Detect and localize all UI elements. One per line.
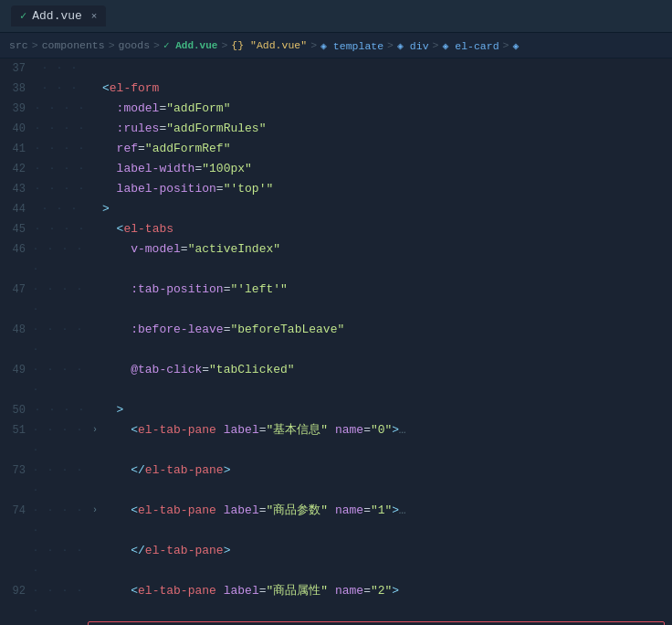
- code-line-73: 73 · · · · · </el-tab-pane>: [0, 461, 672, 501]
- bc-sep-6: >: [387, 39, 394, 51]
- line-num-39: 39: [0, 99, 33, 119]
- line-content-43: label-position="'top'": [102, 179, 672, 199]
- title-bar: ✓ Add.vue ×: [0, 0, 672, 33]
- line-num-73: 73: [0, 461, 33, 481]
- line-content-45: <el-tabs: [102, 219, 672, 239]
- editor-tab[interactable]: ✓ Add.vue ×: [11, 5, 106, 26]
- line-num-48: 48: [0, 320, 33, 340]
- dots-92: · · · · ·: [33, 581, 88, 621]
- dots-50: · · · ·: [33, 400, 88, 420]
- line-content-50: >: [102, 400, 672, 420]
- code-editor: 37 · · · 38 · · · <el-form 39 · · · · :m…: [0, 58, 672, 625]
- line-num-46: 46: [0, 239, 33, 260]
- code-line-42: 42 · · · · label-width="100px": [0, 159, 672, 179]
- bc-sep-1: >: [32, 39, 38, 51]
- bc-sep-7: >: [433, 39, 439, 51]
- dots-74: · · · · ·: [33, 501, 88, 541]
- dots-93: · · · · · ·: [33, 621, 88, 625]
- line-num-41: 41: [0, 139, 33, 159]
- code-line-92: 92 · · · · · <el-tab-pane label="商品属性" n…: [0, 581, 672, 621]
- dots-42: · · · ·: [33, 159, 88, 179]
- line-content-73: </el-tab-pane>: [102, 461, 672, 481]
- line-content-51: <el-tab-pane label="基本信息" name="0">…: [102, 420, 672, 440]
- line-num-45: 45: [0, 219, 33, 239]
- code-line-50: 50 · · · · >: [0, 400, 672, 420]
- bc-sep-3: >: [153, 39, 160, 51]
- code-line-38: 38 · · · <el-form: [0, 79, 672, 99]
- dots-38: · · ·: [33, 79, 88, 99]
- code-line-51: 51 · · · · · › <el-tab-pane label="基本信息"…: [0, 420, 672, 461]
- dots-46: · · · · ·: [33, 239, 88, 280]
- bc-obj: {} "Add.vue": [231, 39, 307, 51]
- bc-sep-2: >: [109, 39, 115, 51]
- line-content-40: :rules="addFormRules": [102, 119, 672, 139]
- line-content-92: <el-tab-pane label="商品属性" name="2">: [102, 581, 672, 601]
- code-line-40: 40 · · · · :rules="addFormRules": [0, 119, 672, 139]
- dots-48: · · · · ·: [33, 320, 88, 360]
- bc-goods: goods: [119, 39, 151, 51]
- code-line-44: 44 · · · >: [0, 199, 672, 219]
- line-num-43: 43: [0, 179, 33, 199]
- line-content-42: label-width="100px": [102, 159, 672, 179]
- bc-sep-5: >: [310, 39, 317, 51]
- code-line-49: 49 · · · · · @tab-click="tabClicked": [0, 360, 672, 400]
- code-line-74-close: · · · · · </el-tab-pane>: [0, 541, 672, 581]
- bc-el-card: ◈ el-card: [442, 39, 499, 52]
- bc-addvue: ✓ Add.vue: [163, 39, 217, 51]
- tab-close-button[interactable]: ×: [91, 11, 98, 22]
- line-num-93: 93: [0, 621, 33, 625]
- dots-73: · · · · ·: [33, 461, 88, 501]
- code-line-45: 45 · · · · <el-tabs: [0, 219, 672, 239]
- line-content-93: <el-form-item: [102, 621, 672, 625]
- breadcrumb: src > components > goods > ✓ Add.vue > {…: [0, 33, 672, 58]
- line-num-47: 47: [0, 280, 33, 300]
- line-num-50: 50: [0, 400, 33, 420]
- line-num-92: 92: [0, 581, 33, 601]
- line-num-51: 51: [0, 420, 33, 440]
- code-line-41: 41 · · · · ref="addFormRef": [0, 139, 672, 159]
- dots-44: · · ·: [33, 199, 88, 219]
- dots-39: · · · ·: [33, 99, 88, 119]
- bc-div: ◈ div: [397, 39, 429, 52]
- tab-label: Add.vue: [32, 9, 82, 23]
- line-content-39: :model="addForm": [102, 99, 672, 119]
- vue-icon: ✓: [20, 9, 26, 23]
- dots-51: · · · · ·: [33, 420, 88, 461]
- bc-src: src: [9, 39, 28, 51]
- line-num-38: 38: [0, 79, 33, 99]
- dots-43: · · · ·: [33, 179, 88, 199]
- line-num-37: 37: [0, 58, 33, 79]
- bc-last: ◈: [512, 39, 519, 52]
- arrow-74[interactable]: ›: [88, 501, 102, 521]
- bc-sep-4: >: [221, 39, 227, 51]
- arrow-51[interactable]: ›: [88, 420, 102, 440]
- code-line-47: 47 · · · · · :tab-position="'left'": [0, 280, 672, 320]
- code-line-39: 39 · · · · :model="addForm": [0, 99, 672, 119]
- line-content-38: <el-form: [102, 79, 672, 99]
- dots-49: · · · · ·: [33, 360, 88, 400]
- code-line-93: 93 · · · · · · <el-form-item: [0, 621, 672, 625]
- bc-template: ◈ template: [320, 39, 383, 52]
- code-line-48: 48 · · · · · :before-leave="beforeTabLea…: [0, 320, 672, 360]
- dots-74c: · · · · ·: [33, 541, 88, 581]
- dots-40: · · · ·: [33, 119, 88, 139]
- line-content-74c: </el-tab-pane>: [102, 541, 672, 561]
- line-content-49: @tab-click="tabClicked": [102, 360, 672, 380]
- line-content-47: :tab-position="'left'": [102, 280, 672, 300]
- code-line-46: 46 · · · · · v-model="activeIndex": [0, 239, 672, 280]
- line-content-74: <el-tab-pane label="商品参数" name="1">…: [102, 501, 672, 521]
- line-num-49: 49: [0, 360, 33, 380]
- line-content-44: >: [102, 199, 672, 219]
- bc-components: components: [42, 39, 105, 51]
- code-line-74: 74 · · · · · › <el-tab-pane label="商品参数"…: [0, 501, 672, 541]
- code-line-43: 43 · · · · label-position="'top'": [0, 179, 672, 199]
- highlight-block: 93 · · · · · · <el-form-item 94 · · · · …: [0, 621, 672, 625]
- line-content-48: :before-leave="beforeTabLeave": [102, 320, 672, 340]
- line-num-44: 44: [0, 199, 33, 219]
- code-line-37: 37 · · ·: [0, 58, 672, 79]
- dots-41: · · · ·: [33, 139, 88, 159]
- dots-37: · · ·: [33, 58, 88, 79]
- line-num-42: 42: [0, 159, 33, 179]
- bc-sep-8: >: [503, 39, 509, 51]
- line-content-41: ref="addFormRef": [102, 139, 672, 159]
